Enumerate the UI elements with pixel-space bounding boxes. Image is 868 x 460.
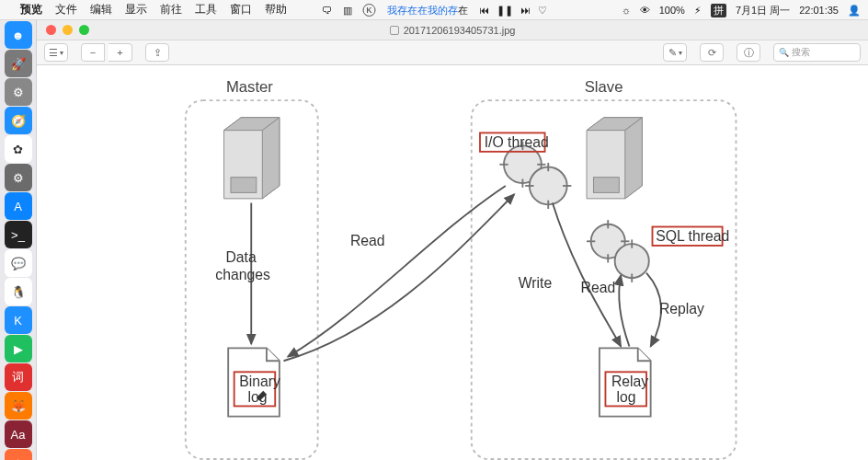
info-button[interactable]: ⓘ (737, 43, 760, 62)
dock-appstore[interactable]: A (3, 192, 34, 220)
display-icon[interactable]: 👁 (640, 5, 650, 16)
lyrics-tail: 在 (458, 5, 468, 16)
menubar-center-status: 🗨 ▥ K 我存在在我的存在 ⏮ ❚❚ ⏭ ♡ (322, 0, 547, 20)
chevron-down-icon: ▾ (679, 49, 682, 57)
dock-photos-icon: ✿ (5, 135, 32, 163)
dock-settings-icon: ⚙ (5, 78, 32, 106)
dock-postman-icon: ◐ (5, 449, 32, 460)
dock-qq[interactable]: 🐧 (3, 278, 34, 305)
zoom-in-button[interactable]: + (108, 43, 132, 62)
data-changes-label-1: Data (225, 250, 257, 266)
close-button[interactable] (46, 25, 56, 35)
chevron-down-icon: ▾ (60, 49, 63, 57)
minimize-button[interactable] (63, 25, 73, 35)
app-status-icon[interactable]: ▥ (343, 5, 352, 17)
brightness-icon[interactable]: ☼ (622, 5, 631, 16)
menubar-date[interactable]: 7月1日 周一 (736, 4, 790, 17)
svg-rect-7 (593, 178, 619, 193)
read2-label: Read (581, 280, 616, 295)
user-icon[interactable]: 👤 (848, 5, 861, 17)
media-prev-icon[interactable]: ⏮ (479, 5, 489, 16)
search-placeholder: 搜索 (792, 46, 810, 59)
dock-youdao-icon: 词 (5, 363, 32, 391)
master-server-icon (224, 118, 280, 199)
dock-postman[interactable]: ◐ (3, 449, 34, 460)
dock-launchpad[interactable]: 🚀 (3, 50, 34, 77)
lyrics-text: 我存在在我的存在 (387, 4, 468, 17)
dock-firefox[interactable]: 🦊 (3, 392, 34, 420)
markup-button[interactable]: ✎▾ (663, 43, 687, 62)
zoom-out-button[interactable]: − (81, 43, 105, 62)
dock-adobe[interactable]: Aa (3, 420, 34, 448)
svg-marker-2 (262, 118, 280, 199)
dock-prefs[interactable]: ⚙ (3, 164, 34, 191)
dock-appstore-icon: A (5, 192, 32, 220)
dock-video-icon: ▶ (5, 335, 32, 362)
menubar-time[interactable]: 22:01:35 (799, 5, 839, 16)
macos-menubar: 预览 文件 编辑 显示 前往 工具 窗口 帮助 🗨 ▥ K 我存在在我的存在 ⏮… (0, 0, 868, 20)
menu-file[interactable]: 文件 (55, 2, 77, 17)
file-icon (390, 26, 399, 35)
slave-label: Slave (585, 78, 623, 96)
menu-app[interactable]: 预览 (20, 2, 42, 17)
rotate-button[interactable]: ⟳ (700, 43, 724, 62)
relay-log-label-1: Relay (611, 374, 648, 389)
wechat-status-icon[interactable]: 🗨 (322, 5, 332, 16)
dock-k-app[interactable]: K (3, 306, 34, 334)
relay-log-label-2: log (617, 389, 636, 405)
dock-safari[interactable]: 🧭 (3, 107, 34, 134)
menu-window[interactable]: 窗口 (230, 2, 252, 17)
read-label: Read (350, 233, 385, 248)
svg-point-19 (615, 244, 649, 278)
dock-finder[interactable]: ☻ (3, 21, 34, 49)
media-pause-icon[interactable]: ❚❚ (497, 5, 513, 17)
read2-arrow (619, 275, 629, 346)
window-controls (46, 25, 89, 35)
diagram-svg: Master Slave (147, 65, 813, 460)
menu-view[interactable]: 显示 (125, 2, 147, 17)
input-method[interactable]: 拼 (711, 4, 726, 17)
window-titlebar: 20171206193405731.jpg (37, 20, 868, 40)
media-next-icon[interactable]: ⏭ (520, 5, 531, 16)
svg-marker-6 (625, 118, 643, 199)
dock-firefox-icon: 🦊 (5, 392, 32, 420)
replay-label: Replay (659, 301, 704, 316)
menu-tools[interactable]: 工具 (195, 2, 217, 17)
search-icon: 🔍 (779, 48, 789, 57)
window-title: 20171206193405731.jpg (404, 25, 516, 36)
dock-photos[interactable]: ✿ (3, 135, 34, 163)
dock-youdao[interactable]: 词 (3, 363, 34, 391)
dock-finder-icon: ☻ (5, 21, 32, 49)
dock-video[interactable]: ▶ (3, 335, 34, 362)
master-label: Master (226, 78, 273, 96)
sql-thread-gears-icon (587, 220, 649, 282)
write-label: Write (519, 275, 553, 291)
io-thread-label: I/O thread (485, 134, 549, 150)
search-field[interactable]: 🔍 搜索 (773, 43, 861, 62)
dock-launchpad-icon: 🚀 (5, 50, 32, 77)
fullscreen-button[interactable] (79, 25, 89, 35)
dock-wechat[interactable]: 💬 (3, 249, 34, 277)
media-like-icon[interactable]: ♡ (538, 5, 547, 17)
svg-rect-3 (231, 178, 257, 193)
k-status-icon[interactable]: K (363, 4, 376, 17)
svg-point-9 (530, 167, 567, 205)
battery-icon[interactable]: ⚡︎ (694, 5, 702, 17)
dock-adobe-icon: Aa (5, 420, 32, 448)
menubar-right: ☼ 👁 100% ⚡︎ 拼 7月1日 周一 22:01:35 👤 (622, 0, 861, 20)
dock-qq-icon: 🐧 (5, 278, 32, 305)
lyrics-link[interactable]: 我存在在我的存 (387, 5, 458, 16)
sidebar-toggle-button[interactable]: ☰▾ (44, 43, 68, 62)
menu-edit[interactable]: 编辑 (90, 2, 112, 17)
share-button[interactable]: ⇪ (145, 43, 169, 62)
dock-terminal-icon: >_ (5, 221, 32, 248)
menu-help[interactable]: 帮助 (265, 2, 287, 17)
dock-wechat-icon: 💬 (5, 249, 32, 277)
menu-go[interactable]: 前往 (160, 2, 182, 17)
battery-percent[interactable]: 100% (659, 5, 685, 16)
content-area: Master Slave (37, 65, 868, 460)
replication-diagram: Master Slave (147, 65, 813, 460)
dock: ☻🚀⚙🧭✿⚙A>_💬🐧K▶词🦊Aa◐{ }↘■ (0, 20, 37, 460)
dock-terminal[interactable]: >_ (3, 221, 34, 248)
dock-settings[interactable]: ⚙ (3, 78, 34, 106)
